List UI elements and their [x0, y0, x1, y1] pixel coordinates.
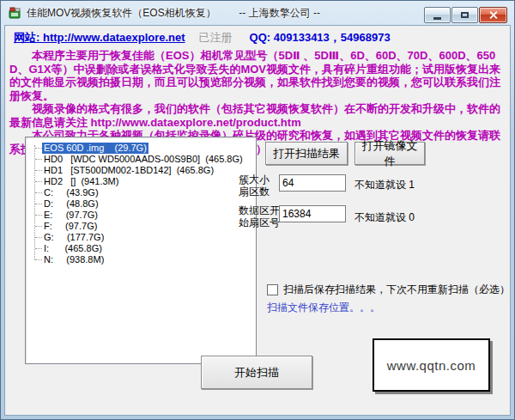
tree-item[interactable]: I: (465.8G)	[26, 243, 256, 254]
tree-item[interactable]: G: (177.7G)	[26, 232, 256, 243]
drive-tree: EOS 60D .img (29.7G)HD0 [WDC WD5000AADS-…	[26, 137, 256, 265]
tree-item[interactable]: HD2 [] (941.3M)	[26, 176, 256, 187]
save-results-row: 扫描后保存扫描结果，下次不用重新扫描（必选）	[267, 283, 510, 297]
info-row: 网站: http://www.dataexplore.net 已注册 QQ: 4…	[14, 30, 391, 46]
maximize-icon	[461, 12, 469, 18]
cluster-size-input[interactable]	[279, 174, 346, 192]
close-icon	[488, 10, 498, 20]
data-start-sector-input[interactable]	[279, 205, 346, 222]
watermark: www.qqtn.com	[373, 338, 490, 392]
close-button[interactable]	[479, 7, 507, 23]
data-start-sector-hint: 不知道就设 0	[354, 210, 415, 225]
tree-item[interactable]: C: (43.9G)	[26, 187, 256, 198]
cluster-size-label: 簇大小 扇区数	[239, 173, 270, 198]
save-results-checkbox[interactable]	[267, 284, 278, 295]
save-location-link[interactable]: 扫描文件保存位置。。。	[267, 301, 380, 315]
app-window: 佳能MOV视频恢复软件（EOS相机恢复） -- 上海数擎公司 -- 网站: ht…	[0, 0, 515, 420]
tree-item[interactable]: EOS 60D .img (29.7G)	[26, 143, 256, 154]
maximize-button[interactable]	[451, 7, 478, 23]
cluster-size-hint: 不知道就设 1	[354, 178, 415, 192]
open-scan-results-button[interactable]: 打开扫描结果	[265, 142, 348, 165]
save-results-label: 扫描后保存扫描结果，下次不用重新扫描（必选）	[283, 283, 510, 297]
tree-item[interactable]: D: (48.8G)	[26, 198, 256, 210]
client-area: 网站: http://www.dataexplore.net 已注册 QQ: 4…	[4, 25, 511, 416]
minimize-button[interactable]	[424, 7, 451, 23]
registered-status: 已注册	[199, 30, 233, 46]
open-image-file-button[interactable]: 打开镜像文件	[354, 142, 425, 165]
intro-paragraph-2: 视频录像的格式有很多，我们的软件（包括其它视频恢复软件）在不断的开发和升级中，软…	[9, 102, 506, 129]
intro-paragraph-1: 本程序主要用于恢复佳能（EOS）相机常见型号（5DⅡ 、5DⅢ、6D、60D、7…	[9, 49, 506, 102]
minimize-icon	[433, 17, 441, 20]
tree-item[interactable]: E: (97.7G)	[26, 210, 256, 221]
data-start-sector-label: 数据区开 始扇区号	[239, 204, 280, 228]
app-icon	[8, 6, 21, 20]
start-scan-button[interactable]: 开始扫描	[201, 356, 312, 389]
drive-tree-box: EOS 60D .img (29.7G)HD0 [WDC WD5000AADS-…	[25, 137, 257, 364]
qq-contact: QQ: 409133413，54968973	[250, 30, 391, 46]
tree-item[interactable]: N: (938.8M)	[26, 254, 256, 265]
tree-item[interactable]: HD0 [WDC WD5000AADS-00S9B0] (465.8G)	[26, 154, 256, 165]
website-link[interactable]: 网站: http://www.dataexplore.net	[14, 30, 185, 46]
tree-item[interactable]: HD1 [ST500DM002-1BD142] (465.8G)	[26, 165, 256, 176]
tree-item[interactable]: F: (97.7G)	[26, 221, 256, 232]
title-bar: 佳能MOV视频恢复软件（EOS相机恢复） -- 上海数擎公司 --	[1, 1, 514, 25]
